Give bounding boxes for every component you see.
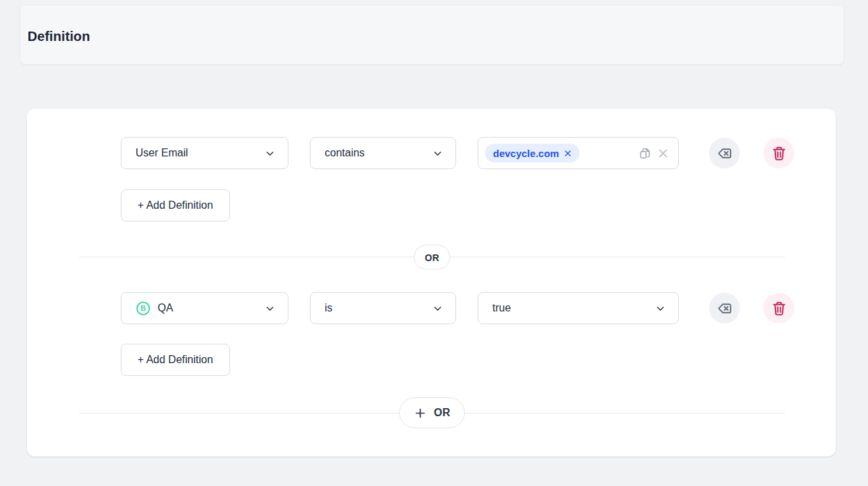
trash-icon: [771, 300, 788, 317]
definition-row: B QA is true: [121, 292, 794, 324]
remove-tag-icon[interactable]: [563, 149, 572, 158]
backspace-button[interactable]: [709, 138, 740, 168]
value-tags-input[interactable]: devcycle.com: [478, 137, 679, 169]
chevron-down-icon: [655, 303, 666, 314]
property-select-value: User Email: [135, 147, 188, 159]
property-select[interactable]: B QA: [121, 292, 288, 324]
copy-icon[interactable]: [639, 147, 651, 160]
value-tag: devcycle.com: [485, 144, 580, 162]
comparator-select-value: is: [325, 302, 333, 314]
chevron-down-icon: [432, 303, 443, 314]
property-select-value: QA: [158, 302, 173, 314]
chevron-down-icon: [264, 303, 276, 314]
page-title: Definition: [28, 29, 90, 44]
value-select[interactable]: true: [478, 292, 679, 324]
comparator-select-value: contains: [325, 147, 365, 159]
or-divider: OR: [79, 245, 785, 270]
divider-line: [450, 257, 785, 258]
divider-line: [79, 257, 414, 258]
plus-icon: [414, 407, 427, 420]
clear-icon[interactable]: [657, 148, 669, 159]
backspace-icon: [716, 300, 733, 317]
comparator-select[interactable]: is: [310, 292, 456, 324]
divider-line: [79, 413, 399, 414]
chevron-down-icon: [432, 148, 443, 159]
boolean-b-icon: B: [135, 301, 151, 316]
backspace-icon: [716, 145, 733, 162]
definition-row: User Email contains devcycle.com: [121, 137, 794, 169]
divider-line: [465, 413, 785, 414]
definition-section-header: Definition: [20, 5, 844, 64]
definition-card: User Email contains devcycle.com: [27, 109, 836, 456]
add-definition-button[interactable]: + Add Definition: [121, 344, 230, 376]
add-definition-button[interactable]: + Add Definition: [121, 189, 230, 222]
delete-row-button[interactable]: [763, 293, 794, 324]
add-or-label: OR: [434, 407, 451, 419]
add-or-button[interactable]: OR: [399, 397, 466, 428]
or-badge: OR: [414, 245, 450, 270]
trash-icon: [771, 145, 788, 162]
value-select-value: true: [492, 302, 511, 314]
value-tag-label: devcycle.com: [493, 148, 559, 159]
comparator-select[interactable]: contains: [310, 137, 456, 169]
svg-text:B: B: [141, 304, 146, 312]
add-or-divider: OR: [79, 397, 785, 428]
property-select[interactable]: User Email: [121, 137, 288, 169]
backspace-button[interactable]: [709, 293, 740, 324]
delete-row-button[interactable]: [763, 138, 794, 168]
chevron-down-icon: [264, 148, 276, 159]
